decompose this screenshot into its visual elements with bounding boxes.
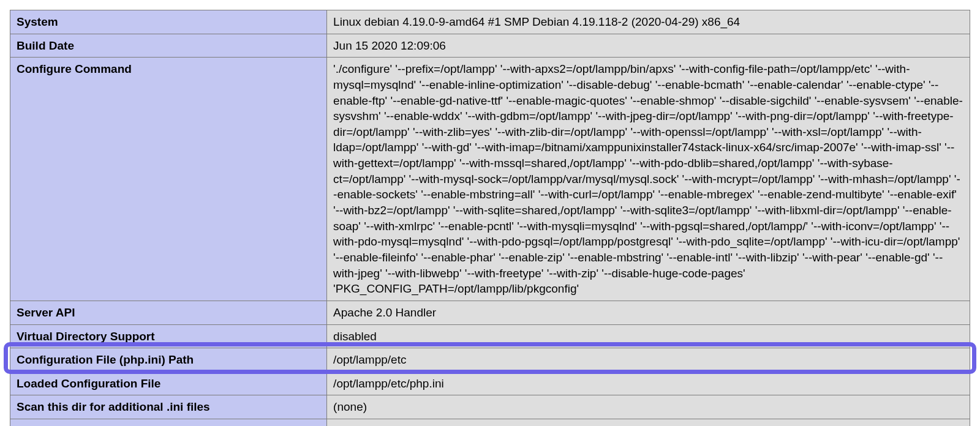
row-val: './configure' '--prefix=/opt/lampp' '--w… <box>327 58 970 301</box>
row-val: Apache 2.0 Handler <box>327 301 970 324</box>
phpinfo-table: System Linux debian 4.19.0-9-amd64 #1 SM… <box>10 10 970 426</box>
phpinfo-container: System Linux debian 4.19.0-9-amd64 #1 SM… <box>10 10 970 426</box>
table-row: Server API Apache 2.0 Handler <box>10 301 970 324</box>
row-val: /opt/lampp/etc/php.ini <box>327 372 970 395</box>
row-key: Build Date <box>10 34 327 58</box>
table-row: Configure Command './configure' '--prefi… <box>10 58 970 301</box>
table-row: Build Date Jun 15 2020 12:09:06 <box>10 34 970 58</box>
row-val: /opt/lampp/etc <box>327 348 970 372</box>
table-row: System Linux debian 4.19.0-9-amd64 #1 SM… <box>10 10 970 34</box>
row-key: Server API <box>10 301 327 324</box>
table-row: Scan this dir for additional .ini files … <box>10 395 970 419</box>
row-key: Loaded Configuration File <box>10 372 327 395</box>
table-row-highlighted: Configuration File (php.ini) Path /opt/l… <box>10 348 970 372</box>
row-key: Scan this dir for additional .ini files <box>10 395 327 419</box>
row-val: disabled <box>327 324 970 348</box>
table-row: Additional .ini files parsed (none) <box>10 419 970 426</box>
table-row: Loaded Configuration File /opt/lampp/etc… <box>10 372 970 395</box>
row-key: System <box>10 10 327 34</box>
row-val: Linux debian 4.19.0-9-amd64 #1 SMP Debia… <box>327 10 970 34</box>
row-key: Additional .ini files parsed <box>10 419 327 426</box>
row-key: Configure Command <box>10 58 327 301</box>
row-val: (none) <box>327 419 970 426</box>
row-val: Jun 15 2020 12:09:06 <box>327 34 970 58</box>
row-key: Configuration File (php.ini) Path <box>10 348 327 372</box>
row-val: (none) <box>327 395 970 419</box>
row-key: Virtual Directory Support <box>10 324 327 348</box>
table-row: Virtual Directory Support disabled <box>10 324 970 348</box>
